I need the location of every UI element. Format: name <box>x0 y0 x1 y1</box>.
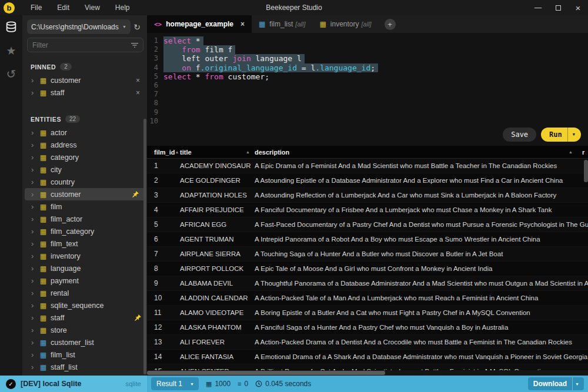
menu-view[interactable]: View <box>77 0 108 15</box>
entity-item-store[interactable]: › ▦ store <box>22 324 147 336</box>
chevron-right-icon[interactable]: › <box>31 326 39 334</box>
sql-editor[interactable]: 1select * 2 from film f 3 left outer joi… <box>147 33 588 146</box>
table-row[interactable]: 5AFRICAN EGGA Fast-Paced Documentary of … <box>147 217 588 232</box>
chevron-right-icon[interactable]: › <box>31 301 39 310</box>
chevron-right-icon[interactable]: › <box>31 88 39 97</box>
chevron-right-icon[interactable]: › <box>31 252 39 260</box>
chevron-right-icon[interactable]: › <box>31 363 39 371</box>
filter-input[interactable] <box>32 41 131 49</box>
chevron-right-icon[interactable]: › <box>31 264 39 273</box>
table-row[interactable]: 9ALABAMA DEVILA Thoughtful Panorama of a… <box>147 276 588 291</box>
chevron-right-icon[interactable]: › <box>31 375 39 376</box>
entity-item-category[interactable]: › ▦ category <box>22 151 147 163</box>
entity-item-rental[interactable]: › ▦ rental <box>22 287 147 299</box>
chevron-right-icon[interactable]: › <box>31 239 39 248</box>
tab-close-icon[interactable]: × <box>240 20 245 28</box>
download-button[interactable]: Download ▼ <box>528 377 584 390</box>
entity-item-film-category[interactable]: › ▦ film_category <box>22 225 147 237</box>
pin-icon[interactable] <box>135 314 141 321</box>
table-row[interactable]: 13ALI FOREVERA Action-Packed Drama of a … <box>147 335 588 350</box>
entity-item-sales-by-store[interactable]: › ▦ sales_by_store <box>22 373 147 376</box>
entity-item-staff-list[interactable]: › ▦ staff_list <box>22 361 147 373</box>
chevron-right-icon[interactable]: › <box>31 313 39 322</box>
save-button[interactable]: Save <box>503 128 536 142</box>
table-row[interactable]: 7AIRPLANE SIERRAA Touching Saga of a Hun… <box>147 247 588 262</box>
entity-item-country[interactable]: › ▦ country <box>22 176 147 188</box>
chevron-right-icon[interactable]: › <box>31 338 39 347</box>
column-description[interactable]: description <box>255 149 569 156</box>
close-icon[interactable]: × <box>568 0 588 15</box>
sort-asc-icon[interactable]: ▲ <box>175 150 179 154</box>
chevron-right-icon[interactable]: › <box>31 165 39 174</box>
entity-item-staff[interactable]: › ▦ staff <box>22 311 147 324</box>
filter-icon[interactable] <box>131 40 138 51</box>
table-row[interactable]: 1ACADEMY DINOSAURA Epic Drama of a Femin… <box>147 159 588 173</box>
run-dropdown-caret-icon[interactable]: ▼ <box>568 129 581 140</box>
entity-item-film-text[interactable]: › ▦ film_text <box>22 237 147 250</box>
results-vertical-scrollbar[interactable] <box>584 160 588 182</box>
chevron-right-icon[interactable]: › <box>31 190 39 199</box>
column-film-id[interactable]: film_id ▲ <box>147 149 180 156</box>
result-caret-icon[interactable]: ▼ <box>188 380 199 388</box>
chevron-right-icon[interactable]: › <box>31 177 39 186</box>
entity-item-address[interactable]: › ▦ address <box>22 139 147 151</box>
chevron-right-icon[interactable]: › <box>31 215 39 223</box>
table-row[interactable]: 2ACE GOLDFINGERA Astounding Epistle of a… <box>147 173 588 188</box>
connection-dropdown[interactable]: C:\Users\ghstng\Downloads ▼ <box>27 19 131 34</box>
entity-item-city[interactable]: › ▦ city <box>22 163 147 176</box>
chevron-right-icon[interactable]: › <box>31 276 39 285</box>
tab-film-list[interactable]: ▦ film_list [all] <box>252 15 312 33</box>
column-title[interactable]: title ▲ <box>180 149 255 156</box>
minimize-icon[interactable]: — <box>528 0 548 15</box>
table-row[interactable]: 11ALAMO VIDEOTAPEA Boring Epistle of a B… <box>147 306 588 320</box>
chevron-right-icon[interactable]: › <box>31 227 39 236</box>
chevron-right-icon[interactable]: › <box>31 350 39 359</box>
result-label[interactable]: Result 1 <box>151 377 188 390</box>
results-grid[interactable]: 1ACADEMY DINOSAURA Epic Drama of a Femin… <box>147 159 588 376</box>
menu-help[interactable]: Help <box>108 0 138 15</box>
table-row[interactable]: 6AGENT TRUMANA Intrepid Panorama of a Ro… <box>147 232 588 247</box>
maximize-icon[interactable] <box>548 0 568 15</box>
menu-file[interactable]: File <box>23 0 49 15</box>
entity-item-language[interactable]: › ▦ language <box>22 262 147 274</box>
database-icon[interactable] <box>5 21 18 33</box>
entity-item-film-actor[interactable]: › ▦ film_actor <box>22 213 147 225</box>
entity-item-sqlite-sequence[interactable]: › ▦ sqlite_sequence <box>22 299 147 311</box>
table-row[interactable]: 14ALICE FANTASIAA Emotional Drama of a A… <box>147 350 588 364</box>
chevron-right-icon[interactable]: › <box>31 153 39 162</box>
table-row[interactable]: 12ALASKA PHANTOMA Fanciful Saga of a Hun… <box>147 320 588 335</box>
unpin-close-icon[interactable]: × <box>136 76 140 85</box>
run-button[interactable]: Run ▼ <box>541 128 581 142</box>
chevron-right-icon[interactable]: › <box>31 128 39 137</box>
entity-item-film[interactable]: › ▦ film <box>22 200 147 213</box>
sort-asc-icon[interactable]: ▲ <box>569 150 573 154</box>
table-row[interactable]: 3ADAPTATION HOLESA Astounding Reflection… <box>147 188 588 203</box>
menu-edit[interactable]: Edit <box>49 0 77 15</box>
entity-item-inventory[interactable]: › ▦ inventory <box>22 250 147 262</box>
unpin-close-icon[interactable]: × <box>136 89 140 97</box>
refresh-icon[interactable]: ↻ <box>131 22 143 32</box>
history-icon[interactable]: ↺ <box>6 68 16 80</box>
entity-item-customer-list[interactable]: › ▦ customer_list <box>22 336 147 349</box>
tab-homepage-example[interactable]: <> homepage_example × <box>147 15 252 33</box>
favorites-star-icon[interactable]: ★ <box>6 45 16 56</box>
download-caret-icon[interactable]: ▼ <box>573 380 584 388</box>
column-release-year-partial[interactable]: r <box>582 149 588 156</box>
pinned-item-customer[interactable]: › ▦ customer × <box>22 74 147 86</box>
sort-asc-icon[interactable]: ▲ <box>246 150 250 154</box>
entity-item-film-list[interactable]: › ▦ film_list <box>22 349 147 361</box>
chevron-right-icon[interactable]: › <box>31 140 39 149</box>
table-row[interactable]: 4AFFAIR PREJUDICEA Fanciful Documentary … <box>147 203 588 217</box>
pinned-item-staff[interactable]: › ▦ staff × <box>22 86 147 99</box>
chevron-right-icon[interactable]: › <box>31 76 39 85</box>
add-tab-icon[interactable]: + <box>385 19 396 30</box>
results-horizontal-scrollbar[interactable] <box>147 370 588 376</box>
chevron-right-icon[interactable]: › <box>31 289 39 297</box>
result-selector[interactable]: Result 1 ▼ <box>151 377 199 390</box>
tab-inventory[interactable]: ▦ inventory [all] <box>312 15 378 33</box>
table-row[interactable]: 8AIRPORT POLLOCKA Epic Tale of a Moose A… <box>147 262 588 276</box>
table-row[interactable]: 10ALADDIN CALENDARA Action-Packed Tale o… <box>147 291 588 306</box>
run-label[interactable]: Run <box>541 128 567 142</box>
download-label[interactable]: Download <box>528 377 572 390</box>
chevron-right-icon[interactable]: › <box>31 202 39 211</box>
